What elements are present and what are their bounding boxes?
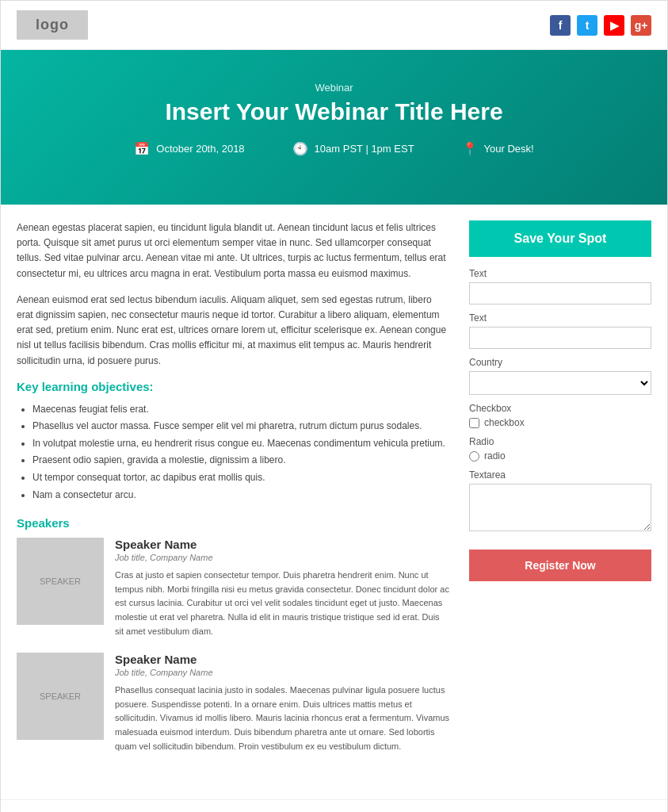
google-icon[interactable]: g+ [631, 15, 651, 36]
checkbox-item: checkbox [469, 417, 651, 428]
left-column: Aenean egestas placerat sapien, eu tinci… [17, 220, 469, 768]
registration-form: Save Your Spot Text Text Country United … [469, 220, 651, 581]
radio-item-label: radio [484, 450, 506, 462]
hero-location-text: Your Desk! [484, 143, 534, 155]
logo: logo [17, 10, 88, 40]
hero-subtitle: Webinar [17, 82, 651, 94]
social-links: f t ▶ g+ [550, 15, 651, 36]
speakers-section: Speakers SPEAKER Speaker Name Job title,… [17, 516, 450, 753]
list-item: Praesent odio sapien, gravida a molestie… [32, 452, 450, 469]
hero-location: 📍 Your Desk! [462, 141, 534, 156]
textarea-label: Textarea [469, 469, 651, 481]
hero-time-text: 10am PST | 1pm EST [315, 143, 414, 155]
hero-title: Insert Your Webinar Title Here [17, 98, 651, 125]
checkbox-group: Checkbox checkbox [469, 403, 651, 428]
country-select[interactable]: United StatesUnited KingdomCanadaAustral… [469, 371, 651, 395]
checkbox-item-label: checkbox [484, 417, 525, 428]
speaker-name: Speaker Name [115, 538, 450, 551]
speaker-bio: Cras at justo et sapien consectetur temp… [115, 569, 450, 638]
speaker-bio: Phasellus consequat lacinia justo in sod… [115, 684, 450, 753]
youtube-icon[interactable]: ▶ [604, 15, 624, 36]
hero-date-text: October 20th, 2018 [156, 143, 244, 155]
clock-icon: 🕙 [292, 141, 308, 156]
register-button[interactable]: Register Now [469, 550, 651, 581]
hero-time: 🕙 10am PST | 1pm EST [292, 141, 414, 156]
objectives-heading: Key learning objectives: [17, 380, 450, 393]
right-column: Save Your Spot Text Text Country United … [469, 220, 651, 581]
paragraph-1: Aenean egestas placerat sapien, eu tinci… [17, 220, 450, 282]
text-field-2-group: Text [469, 312, 651, 349]
textarea-group: Textarea [469, 469, 651, 534]
radio-group: Radio radio [469, 436, 651, 462]
speaker-name: Speaker Name [115, 653, 450, 666]
speaker-image: SPEAKER [17, 653, 104, 740]
footer: © 2018 INSERT YOUR COMPANY NAME HERE INS… [1, 799, 667, 812]
textarea-input[interactable] [469, 484, 651, 531]
list-item: Phasellus vel auctor massa. Fusce semper… [32, 418, 450, 435]
list-item: Maecenas feugiat felis erat. [32, 401, 450, 419]
header: logo f t ▶ g+ [1, 1, 667, 50]
main-content: Aenean egestas placerat sapien, eu tinci… [1, 205, 667, 783]
objectives-list: Maecenas feugiat felis erat.Phasellus ve… [17, 401, 450, 504]
speakers-heading: Speakers [17, 516, 450, 530]
speaker-image: SPEAKER [17, 538, 104, 625]
text-field-1-group: Text [469, 268, 651, 304]
speaker-job: Job title, Company Name [115, 553, 450, 562]
speaker-info: Speaker Name Job title, Company Name Pha… [115, 653, 450, 753]
save-spot-button[interactable]: Save Your Spot [469, 220, 651, 257]
speaker-info: Speaker Name Job title, Company Name Cra… [115, 538, 450, 638]
twitter-icon[interactable]: t [577, 15, 597, 36]
text-field-1-label: Text [469, 268, 651, 279]
speaker-card: SPEAKER Speaker Name Job title, Company … [17, 653, 450, 753]
speaker-job: Job title, Company Name [115, 668, 450, 677]
list-item: In volutpat molestie urna, eu hendrerit … [32, 435, 450, 453]
paragraph-2: Aenean euismod erat sed lectus bibendum … [17, 293, 450, 369]
radio-item: radio [469, 450, 651, 462]
hero-banner: Webinar Insert Your Webinar Title Here 📅… [1, 50, 667, 205]
text-field-1-input[interactable] [469, 282, 651, 304]
list-item: Ut tempor consequat tortor, ac dapibus e… [32, 469, 450, 487]
radio-group-label: Radio [469, 436, 651, 447]
calendar-icon: 📅 [134, 141, 150, 156]
checkbox-group-label: Checkbox [469, 403, 651, 414]
speakers-container: SPEAKER Speaker Name Job title, Company … [17, 538, 450, 753]
radio-input[interactable] [469, 451, 479, 462]
list-item: Nam a consectetur arcu. [32, 487, 450, 504]
facebook-icon[interactable]: f [550, 15, 571, 36]
location-icon: 📍 [462, 141, 478, 156]
country-group: Country United StatesUnited KingdomCanad… [469, 357, 651, 395]
hero-date: 📅 October 20th, 2018 [134, 141, 244, 156]
text-field-2-input[interactable] [469, 327, 651, 349]
hero-meta: 📅 October 20th, 2018 🕙 10am PST | 1pm ES… [17, 141, 651, 156]
country-label: Country [469, 357, 651, 368]
text-field-2-label: Text [469, 312, 651, 324]
checkbox-input[interactable] [469, 418, 479, 428]
speaker-card: SPEAKER Speaker Name Job title, Company … [17, 538, 450, 638]
